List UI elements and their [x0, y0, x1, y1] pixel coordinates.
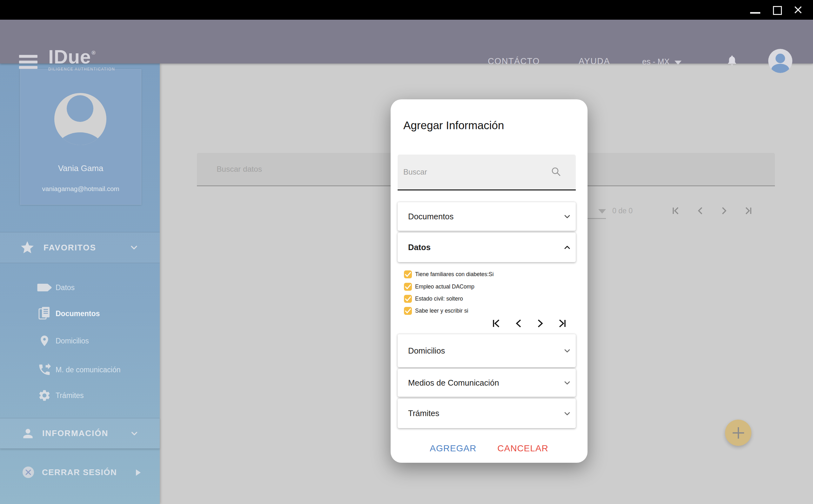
section-medios-comunicacion[interactable]: Medios de Comunicación [397, 369, 576, 397]
last-page-icon[interactable] [556, 317, 569, 330]
nav-help-link[interactable]: AYUDA [579, 55, 610, 68]
brand-tagline: DILIGENCE AUTHENTICATION [48, 67, 115, 71]
next-page-icon[interactable] [718, 205, 729, 216]
plus-icon [731, 426, 746, 440]
hamburger-menu-icon[interactable] [19, 55, 37, 72]
sidebar-item-label: Documentos [56, 305, 100, 322]
checkbox-label: Empleo actual DAComp [415, 283, 475, 290]
agregar-button[interactable]: AGREGAR [430, 443, 477, 454]
last-page-icon[interactable] [743, 205, 754, 216]
section-label: Trámites [408, 399, 439, 428]
section-documentos[interactable]: Documentos [397, 202, 576, 231]
chevron-down-icon [563, 212, 572, 221]
previous-page-icon[interactable] [695, 205, 706, 216]
dialog-search-input[interactable] [397, 155, 576, 189]
chevron-down-icon [563, 378, 572, 388]
sidebar-item-documentos[interactable]: Documentos [0, 305, 160, 322]
dialog-title: Agregar Información [403, 119, 504, 132]
sidebar-item-label: Datos [56, 279, 75, 296]
next-page-icon[interactable] [534, 317, 546, 330]
sidebar-item-label: Domicilios [56, 332, 89, 350]
location-pin-icon [35, 334, 54, 348]
section-label: Datos [408, 233, 431, 262]
sidebar-item-medios-comunicacion[interactable]: M. de comunicación [0, 361, 160, 379]
dialog-actions: AGREGAR CANCELAR [390, 441, 588, 456]
close-circle-icon [22, 466, 34, 478]
previous-page-icon[interactable] [513, 317, 525, 330]
checkbox-label: Tiene familiares con diabetes:Si [415, 271, 494, 278]
app-window: IDue® DILIGENCE AUTHENTICATION CONTÁCTO … [0, 0, 813, 504]
sidebar-section-informacion[interactable]: INFORMACIÓN [0, 418, 160, 449]
sidebar-logout-label: CERRAR SESIÓN [42, 463, 117, 482]
notifications-bell-icon[interactable] [726, 54, 738, 67]
section-domicilios[interactable]: Domicilios [397, 334, 576, 367]
chevron-down-icon [675, 61, 682, 65]
chevron-down-icon [130, 429, 139, 438]
sidebar: Vania Gama vaniagamag@hotmail.com FAVORI… [0, 63, 160, 504]
profile-card: Vania Gama vaniagamag@hotmail.com [20, 69, 141, 205]
profile-avatar-icon [54, 93, 106, 145]
window-titlebar [0, 0, 813, 20]
language-value: es - MX [642, 57, 670, 66]
checkbox-label: Estado civil: soltero [415, 295, 463, 302]
add-fab-button[interactable] [725, 420, 751, 446]
sidebar-section-favoritos[interactable]: FAVORITOS [0, 232, 160, 263]
sidebar-item-label: Trámites [56, 387, 84, 404]
search-icon [550, 166, 563, 178]
tag-icon [35, 283, 54, 292]
profile-email: vaniagamag@hotmail.com [20, 185, 141, 193]
window-close-icon[interactable] [793, 4, 803, 15]
section-label: Domicilios [408, 334, 445, 367]
agregar-informacion-dialog: Agregar Información Documentos Datos [390, 99, 588, 463]
pagination-count: 0 de 0 [612, 207, 645, 215]
language-selector[interactable]: es - MX [642, 55, 682, 68]
chevron-up-icon [563, 243, 572, 252]
sidebar-favoritos-label: FAVORITOS [43, 232, 96, 263]
window-minimize-icon[interactable] [750, 12, 760, 14]
checkbox-checked-icon[interactable] [404, 270, 412, 278]
app-header: IDue® DILIGENCE AUTHENTICATION CONTÁCTO … [0, 20, 813, 63]
sidebar-item-label: M. de comunicación [56, 361, 121, 379]
chevron-down-icon [129, 242, 139, 253]
dialog-search-bar[interactable] [397, 155, 576, 190]
nav-contact-link[interactable]: CONTÁCTO [488, 55, 540, 68]
checkbox-checked-icon[interactable] [404, 283, 412, 291]
star-icon [20, 240, 35, 255]
sidebar-item-datos[interactable]: Datos [0, 279, 160, 296]
documents-icon [35, 306, 54, 321]
section-label: Medios de Comunicación [408, 369, 499, 397]
section-label: Documentos [408, 202, 454, 231]
sidebar-logout[interactable]: CERRAR SESIÓN [0, 463, 160, 482]
phone-icon [35, 363, 54, 377]
checkbox-checked-icon[interactable] [404, 295, 412, 303]
section-tramites[interactable]: Trámites [397, 399, 576, 428]
first-page-icon[interactable] [670, 205, 681, 216]
chevron-down-icon [563, 409, 572, 418]
profile-name: Vania Gama [20, 163, 141, 173]
window-maximize-icon[interactable] [773, 6, 782, 15]
checkbox-checked-icon[interactable] [404, 307, 412, 315]
section-datos[interactable]: Datos [397, 233, 576, 262]
user-avatar[interactable] [768, 49, 793, 73]
page-size-dropdown-icon[interactable] [598, 209, 606, 214]
brand-name: IDue® [48, 43, 115, 67]
arrow-right-icon [135, 469, 142, 476]
chevron-down-icon [563, 346, 572, 355]
sidebar-item-tramites[interactable]: Trámites [0, 387, 160, 404]
checkbox-label: Sabe leer y escribir si [415, 308, 468, 314]
sidebar-informacion-label: INFORMACIÓN [42, 418, 108, 448]
sidebar-item-domicilios[interactable]: Domicilios [0, 332, 160, 350]
gear-icon [35, 389, 54, 402]
person-icon [21, 427, 35, 441]
brand-logo: IDue® DILIGENCE AUTHENTICATION [48, 43, 115, 71]
registered-mark: ® [91, 50, 96, 56]
first-page-icon[interactable] [490, 317, 503, 330]
cancelar-button[interactable]: CANCELAR [497, 443, 548, 454]
